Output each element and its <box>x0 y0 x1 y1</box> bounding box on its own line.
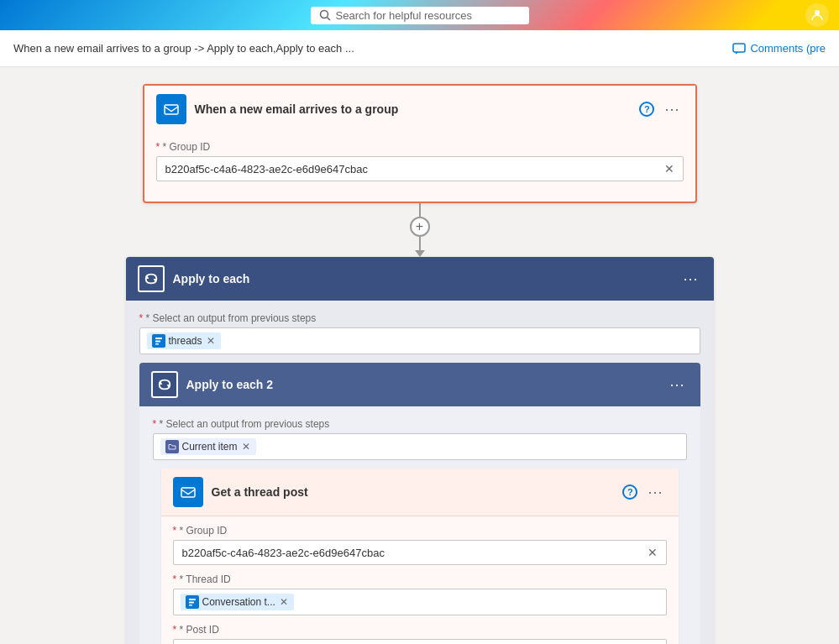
trigger-icon-box <box>156 94 186 124</box>
svg-rect-4 <box>165 105 178 114</box>
apply-header: Apply to each ··· <box>126 257 714 301</box>
trigger-actions: ? ··· <box>639 99 683 120</box>
apply-more-button[interactable]: ··· <box>679 269 701 290</box>
add-step-button-1[interactable]: + <box>410 217 430 237</box>
get-thread-icon-box <box>173 477 203 507</box>
search-icon <box>319 9 331 21</box>
svg-point-0 <box>320 11 328 18</box>
get-thread-id-label: * * Thread ID <box>173 573 667 585</box>
get-group-id-value: b220af5c-c4a6-4823-ae2c-e6d9e647cbac <box>182 547 385 559</box>
get-group-id-clear[interactable]: ✕ <box>648 546 658 559</box>
apply-body: * * Select an output from previous steps… <box>126 301 714 644</box>
breadcrumb: When a new email arrives to a group -> A… <box>13 42 354 55</box>
svg-rect-3 <box>733 44 745 52</box>
connector-1: + <box>410 203 430 257</box>
threads-chip-remove[interactable]: ✕ <box>206 335 216 347</box>
get-group-id-input[interactable]: b220af5c-c4a6-4823-ae2c-e6d9e647cbac ✕ <box>173 540 667 565</box>
conversation-chip: Conversation t... ✕ <box>181 594 294 610</box>
get-thread-header: Get a thread post ? ··· <box>161 469 679 516</box>
get-thread-more-button[interactable]: ··· <box>644 482 666 503</box>
get-post-id-field: * * Post ID <box>173 624 667 644</box>
trigger-body: * * Group ID b220af5c-c4a6-4823-ae2c-e6d… <box>144 133 695 202</box>
svg-rect-5 <box>155 338 162 339</box>
apply-select-field: * * Select an output from previous steps… <box>139 312 700 354</box>
get-group-id-field: * * Group ID b220af5c-c4a6-4823-ae2c-e6d… <box>173 525 667 565</box>
loop2-icon <box>157 377 172 392</box>
threads-icon <box>155 337 163 345</box>
threads-chip-icon <box>152 334 165 348</box>
apply2-body: * * Select an output from previous steps <box>139 406 700 644</box>
get-thread-help-button[interactable]: ? <box>622 484 637 500</box>
get-thread-email-icon <box>180 484 197 500</box>
apply-select-label: * * Select an output from previous steps <box>139 312 700 324</box>
apply-chip-input[interactable]: threads ✕ <box>139 327 700 354</box>
trigger-more-button[interactable]: ··· <box>661 99 683 120</box>
svg-rect-11 <box>189 605 192 606</box>
apply2-select-label: * * Select an output from previous steps <box>153 418 687 430</box>
get-thread-actions: ? ··· <box>622 482 666 503</box>
comment-icon <box>732 43 746 55</box>
email-icon <box>163 101 180 118</box>
top-bar: Search for helpful resources <box>0 0 839 30</box>
trigger-header: When a new email arrives to a group ? ··… <box>144 86 695 133</box>
threads-chip: threads ✕ <box>147 332 221 349</box>
apply-nested-header: Apply to each 2 ··· <box>139 363 700 406</box>
apply2-select-field: * * Select an output from previous steps <box>153 418 687 460</box>
conversation-chip-label: Conversation t... <box>202 596 275 608</box>
get-post-id-input[interactable]: id ✕ <box>173 639 667 644</box>
get-thread-id-input[interactable]: Conversation t... ✕ <box>173 589 667 615</box>
current-item-remove[interactable]: ✕ <box>241 441 251 453</box>
group-id-input[interactable]: b220af5c-c4a6-4823-ae2c-e6d9e647cbac ✕ <box>156 156 684 181</box>
svg-line-1 <box>327 18 330 21</box>
breadcrumb-bar: When a new email arrives to a group -> A… <box>0 30 839 67</box>
apply2-icon-box <box>151 371 178 398</box>
svg-rect-10 <box>189 602 194 604</box>
comments-button[interactable]: Comments (pre <box>732 42 826 55</box>
trigger-title: When a new email arrives to a group <box>195 102 632 116</box>
apply2-chip-input[interactable]: Current item ✕ <box>153 433 687 460</box>
apply-icon-box <box>138 265 165 292</box>
get-thread-id-field: * * Thread ID <box>173 573 667 615</box>
avatar-icon <box>810 8 825 23</box>
group-id-value: b220af5c-c4a6-4823-ae2c-e6d9e647cbac <box>165 163 368 175</box>
connector-line-1 <box>419 203 421 217</box>
connector-arrow-1 <box>415 250 425 257</box>
get-group-id-label: * * Group ID <box>173 525 667 537</box>
current-item-chip: Current item ✕ <box>160 438 256 455</box>
main-content: When a new email arrives to a group ? ··… <box>0 67 839 644</box>
folder-icon <box>168 442 176 451</box>
apply-title: Apply to each <box>173 272 672 285</box>
svg-point-2 <box>815 10 820 15</box>
loop-icon <box>144 271 159 286</box>
svg-rect-6 <box>155 341 160 343</box>
get-thread-card: Get a thread post ? ··· * * G <box>161 469 679 644</box>
group-id-clear-button[interactable]: ✕ <box>664 162 674 175</box>
svg-rect-7 <box>155 343 159 345</box>
trigger-card: When a new email arrives to a group ? ··… <box>143 84 697 203</box>
apply-to-each-card: Apply to each ··· * * Select an output f… <box>126 257 714 644</box>
threads-chip-label: threads <box>169 335 202 347</box>
group-id-label: * * Group ID <box>156 141 684 153</box>
get-thread-title: Get a thread post <box>212 485 615 499</box>
search-box[interactable]: Search for helpful resources <box>311 7 529 24</box>
get-post-id-label: * * Post ID <box>173 624 667 636</box>
current-item-label: Current item <box>182 441 238 453</box>
trigger-help-button[interactable]: ? <box>639 102 654 117</box>
user-icon[interactable] <box>805 3 829 27</box>
current-item-icon <box>165 440 179 453</box>
apply2-more-button[interactable]: ··· <box>666 374 688 395</box>
apply2-title: Apply to each 2 <box>186 378 658 391</box>
conversation-chip-icon <box>188 598 197 606</box>
conversation-chip-remove[interactable]: ✕ <box>279 596 289 608</box>
connector-line-1b <box>419 237 421 250</box>
group-id-field: * * Group ID b220af5c-c4a6-4823-ae2c-e6d… <box>156 141 684 181</box>
search-placeholder: Search for helpful resources <box>336 9 473 22</box>
apply-to-each-2-card: Apply to each 2 ··· * * Select an output… <box>139 363 700 644</box>
comments-label: Comments (pre <box>750 42 826 55</box>
conversation-icon <box>186 595 199 609</box>
get-thread-body: * * Group ID b220af5c-c4a6-4823-ae2c-e6d… <box>161 516 679 644</box>
svg-rect-9 <box>189 599 196 600</box>
svg-rect-8 <box>181 488 195 497</box>
